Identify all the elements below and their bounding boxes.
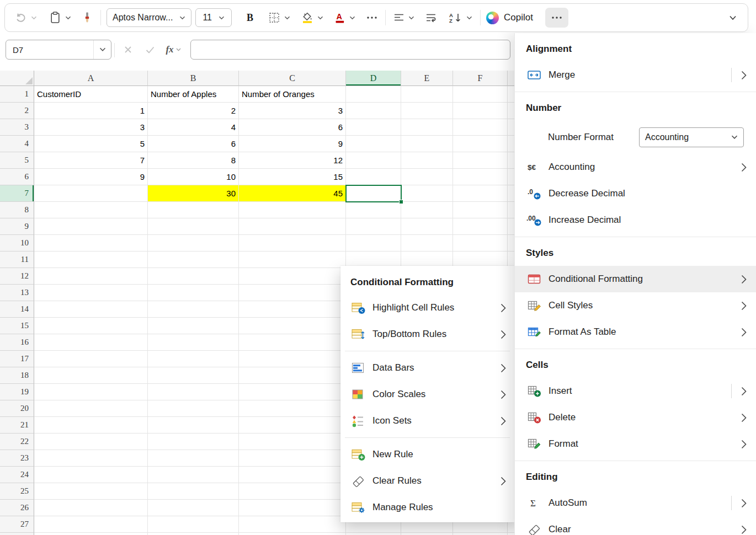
cell-D7[interactable] [346,185,401,202]
cell-A13[interactable] [34,285,148,301]
cell-C19[interactable] [239,384,346,400]
cell-B15[interactable] [148,318,239,334]
cell-D4[interactable] [346,136,401,152]
row-header-16[interactable]: 16 [0,334,34,351]
row-header-3[interactable]: 3 [0,119,34,136]
bold-button[interactable]: B [243,8,257,28]
cell-C12[interactable] [239,268,346,285]
cell-A3[interactable]: 3 [34,119,148,136]
cell-E4[interactable] [401,136,453,152]
cell-B17[interactable] [148,351,239,367]
cell-A4[interactable]: 5 [34,136,148,152]
formula-input[interactable] [190,40,510,60]
row-header-13[interactable]: 13 [0,285,34,301]
cell-A17[interactable] [34,351,148,367]
cell-B24[interactable] [148,467,239,483]
cell-B1[interactable]: Number of Apples [148,86,239,103]
chevron-right-icon[interactable] [732,516,756,535]
row-header-10[interactable]: 10 [0,235,34,252]
menu-item-color-scales[interactable]: Color Scales [340,381,514,408]
cell-D10[interactable] [346,235,401,252]
cell-C27[interactable] [239,516,346,533]
cell-A25[interactable] [34,483,148,500]
cell-E7[interactable] [401,185,453,202]
panel-item-increase-decimal[interactable]: .00Increase Decimal [515,207,756,233]
cell-B3[interactable]: 4 [148,119,239,136]
fill-color-dropdown-button[interactable] [316,8,326,28]
cell-B16[interactable] [148,334,239,351]
insert-function-button[interactable]: fx [161,40,185,60]
align-button[interactable] [391,8,407,28]
paste-button[interactable] [47,8,63,28]
cell-A2[interactable]: 1 [34,103,148,119]
cell-D6[interactable] [346,169,401,185]
cell-B23[interactable] [148,450,239,467]
row-header-25[interactable]: 25 [0,483,34,500]
cell-A27[interactable] [34,516,148,533]
panel-item-merge[interactable]: Merge [515,62,756,88]
cell-A22[interactable] [34,434,148,450]
cell-F3[interactable] [453,119,508,136]
copilot-button[interactable]: Copilot [486,12,533,24]
cell-C14[interactable] [239,301,346,318]
cell-A26[interactable] [34,500,148,516]
column-header-E[interactable]: E [401,71,453,86]
cancel-entry-button[interactable] [118,40,138,60]
column-header-D[interactable]: D [346,71,401,86]
cell-C4[interactable]: 9 [239,136,346,152]
cell-A18[interactable] [34,367,148,384]
row-header-20[interactable]: 20 [0,400,34,417]
cell-B28[interactable] [148,533,239,535]
chevron-right-icon[interactable] [732,266,756,292]
panel-item-cell-styles[interactable]: Cell Styles [515,292,756,319]
row-header-12[interactable]: 12 [0,268,34,285]
panel-item-autosum[interactable]: ΣAutoSum [515,490,756,516]
menu-item-icon-sets[interactable]: Icon Sets [340,408,514,434]
chevron-right-icon[interactable] [732,404,756,431]
chevron-right-icon[interactable] [732,319,756,345]
cell-B11[interactable] [148,252,239,268]
cell-B5[interactable]: 8 [148,152,239,169]
cell-A24[interactable] [34,467,148,483]
column-header-B[interactable]: B [148,71,239,86]
more-formatting-button[interactable] [364,8,380,28]
cell-E2[interactable] [401,103,453,119]
cell-B22[interactable] [148,434,239,450]
column-header-C[interactable]: C [239,71,346,86]
cell-A12[interactable] [34,268,148,285]
chevron-right-icon[interactable] [732,292,756,319]
cell-C7[interactable]: 45 [239,185,346,202]
row-header-7[interactable]: 7 [0,185,34,202]
cell-B4[interactable]: 6 [148,136,239,152]
chevron-right-icon[interactable] [732,490,756,516]
row-header-21[interactable]: 21 [0,417,34,434]
cell-B26[interactable] [148,500,239,516]
name-box-dropdown[interactable] [93,40,111,59]
row-header-9[interactable]: 9 [0,218,34,235]
row-header-5[interactable]: 5 [0,152,34,169]
confirm-entry-button[interactable] [140,40,160,60]
row-header-22[interactable]: 22 [0,434,34,450]
font-color-button[interactable]: A [332,8,348,28]
column-header-F[interactable]: F [453,71,508,86]
cell-E6[interactable] [401,169,453,185]
borders-button[interactable] [266,8,283,28]
cell-F1[interactable] [453,86,508,103]
align-dropdown-button[interactable] [407,8,417,28]
cell-C21[interactable] [239,417,346,434]
cell-D1[interactable] [346,86,401,103]
cell-F10[interactable] [453,235,508,252]
cell-C1[interactable]: Number of Oranges [239,86,346,103]
cell-A9[interactable] [34,218,148,235]
row-header-14[interactable]: 14 [0,301,34,318]
select-all-corner[interactable] [0,71,34,86]
cell-F28[interactable] [453,533,508,535]
cell-E10[interactable] [401,235,453,252]
cell-C3[interactable]: 6 [239,119,346,136]
cell-C5[interactable]: 12 [239,152,346,169]
cell-B18[interactable] [148,367,239,384]
chevron-right-icon[interactable] [732,62,756,88]
row-header-24[interactable]: 24 [0,467,34,483]
menu-item-data-bars[interactable]: Data Bars [340,355,514,381]
row-header-11[interactable]: 11 [0,252,34,268]
